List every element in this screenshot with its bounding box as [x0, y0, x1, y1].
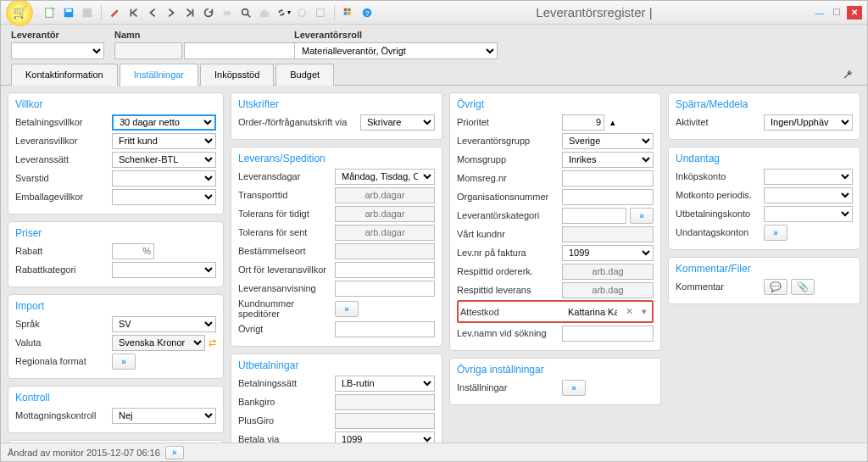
- tab-kontaktinformation[interactable]: Kontaktinformation: [11, 64, 118, 86]
- aktivitet-label: Aktivitet: [676, 117, 760, 127]
- betalningssatt-field[interactable]: LB-rutin: [335, 376, 435, 392]
- vart-kundnr-label: Vårt kundnr: [457, 229, 559, 239]
- ort-field[interactable]: [335, 262, 435, 278]
- save-as-icon[interactable]: [79, 4, 96, 21]
- installningar-button[interactable]: »: [562, 380, 586, 396]
- prev-icon[interactable]: [144, 4, 161, 21]
- next-icon[interactable]: [163, 4, 180, 21]
- momsregnr-field[interactable]: [562, 170, 654, 186]
- leveransanvisning-field[interactable]: [335, 281, 435, 297]
- tab-budget[interactable]: Budget: [275, 64, 334, 86]
- undantagskonton-button[interactable]: »: [764, 225, 787, 241]
- levnr-faktura-field[interactable]: 1099: [562, 245, 654, 261]
- edit-icon[interactable]: [107, 4, 124, 21]
- tolerans-sent-label: Tolerans för sent: [238, 227, 331, 237]
- save-icon[interactable]: [60, 4, 77, 21]
- print-icon[interactable]: [219, 4, 236, 21]
- wrench-icon[interactable]: [840, 66, 857, 83]
- kommentar-button[interactable]: 💬: [764, 279, 787, 295]
- spedition-title: Leverans/Spedition: [238, 153, 435, 164]
- attachment-button[interactable]: 📎: [791, 279, 815, 295]
- globe-icon[interactable]: [293, 4, 310, 21]
- rabatt-field[interactable]: [112, 243, 154, 259]
- panel-ovrigt: Övrigt Prioritet▴ LeverantörsgruppSverig…: [449, 92, 661, 351]
- svarstid-field[interactable]: [112, 170, 216, 186]
- prioritet-field[interactable]: [562, 114, 604, 131]
- panel-sparra: Spärra/Meddela AktivitetIngen/Upphäv: [668, 92, 860, 140]
- transporttid-field[interactable]: [335, 187, 435, 203]
- apps-icon[interactable]: [340, 4, 357, 21]
- sprak-field[interactable]: SV: [112, 316, 216, 332]
- tolerans-sent-field[interactable]: [335, 225, 435, 241]
- search-icon[interactable]: [237, 4, 254, 21]
- emballagevillkor-label: Emballagevillkor: [15, 192, 108, 202]
- titlebar: + ▾ ? Leverantörsregister | — ☐ ✕: [1, 1, 867, 25]
- leveranssatt-field[interactable]: Schenker-BTL: [112, 152, 216, 168]
- footer-expand-button[interactable]: »: [165, 446, 184, 459]
- currency-swap-icon[interactable]: ⇄: [209, 337, 216, 348]
- first-icon[interactable]: [125, 4, 142, 21]
- panel-spedition: Leverans/Spedition LeveransdagarMåndag, …: [231, 147, 442, 347]
- tab-inkopsstod[interactable]: Inköpsstöd: [200, 64, 274, 86]
- leveransvillkor-field[interactable]: Fritt kund: [112, 133, 216, 149]
- leverantor-label: Leverantör: [11, 30, 104, 40]
- minimize-button[interactable]: —: [813, 6, 826, 19]
- refresh-icon[interactable]: [200, 4, 217, 21]
- mottagning-field[interactable]: Nej: [112, 408, 216, 424]
- tolerans-tidigt-field[interactable]: [335, 206, 435, 222]
- levnamn-sok-field[interactable]: [562, 326, 654, 342]
- orderutskrift-field[interactable]: Skrivare: [360, 114, 435, 131]
- sparra-title: Spärra/Meddela: [676, 98, 853, 110]
- motkonto-label: Motkonto periodis.: [676, 190, 760, 200]
- sprak-label: Språk: [15, 319, 108, 329]
- namn-field[interactable]: [184, 42, 309, 59]
- respit-lev-field[interactable]: [562, 282, 654, 298]
- maximize-button[interactable]: ☐: [830, 6, 843, 19]
- rabattkategori-field[interactable]: [112, 262, 216, 278]
- levroll-field[interactable]: Materialleverantör, Övrigt: [294, 42, 498, 59]
- momsgrupp-field[interactable]: Inrikes: [562, 152, 654, 168]
- motkonto-field[interactable]: [764, 187, 853, 203]
- panel-undantag: Undantag Inköpskonto Motkonto periodis. …: [668, 147, 860, 250]
- utbetkonto-label: Utbetalningskonto: [676, 209, 760, 219]
- help-icon[interactable]: ?: [359, 4, 376, 21]
- attestkod-dropdown-icon[interactable]: ▾: [638, 306, 650, 317]
- attestkod-clear-icon[interactable]: ✕: [623, 306, 635, 317]
- kundnummer-sped-button[interactable]: »: [335, 301, 359, 317]
- namn-readonly: [114, 42, 182, 59]
- link-icon[interactable]: ▾: [275, 4, 292, 21]
- rabatt-label: Rabatt: [15, 246, 108, 256]
- spedition-ovrigt-field[interactable]: [335, 321, 435, 337]
- bankgiro-field: [335, 394, 435, 410]
- undantagskonton-label: Undantagskonton: [676, 227, 760, 237]
- betala-via-field[interactable]: 1099: [335, 431, 435, 444]
- transporttid-label: Transporttid: [238, 190, 331, 200]
- betalningsvillkor-field[interactable]: 30 dagar netto: [112, 114, 216, 131]
- prio-spinner[interactable]: ▴: [608, 117, 618, 128]
- respit-order-field[interactable]: [562, 264, 654, 280]
- leveransdagar-field[interactable]: Måndag, Tisdag, Onsda...: [335, 169, 435, 185]
- header-area: Leverantör Namn Leverantörsroll Material…: [1, 25, 867, 63]
- leveransanvisning-label: Leveransanvisning: [238, 283, 331, 293]
- aktivitet-field[interactable]: Ingen/Upphäv: [764, 114, 853, 131]
- window-title: Leverantörsregister |: [376, 5, 813, 19]
- mottagning-label: Mottagningskontroll: [15, 410, 108, 420]
- utbetkonto-field[interactable]: [764, 206, 853, 222]
- svg-rect-4: [83, 8, 92, 17]
- home-icon[interactable]: [256, 4, 273, 21]
- last-icon[interactable]: [181, 4, 198, 21]
- inkopskonto-field[interactable]: [764, 169, 853, 185]
- export-icon[interactable]: [312, 4, 329, 21]
- regionala-button[interactable]: »: [112, 353, 136, 370]
- levkategori-button[interactable]: »: [630, 208, 654, 224]
- leverantor-field[interactable]: [11, 42, 104, 59]
- levkategori-field[interactable]: [562, 208, 626, 224]
- valuta-field[interactable]: Svenska Kronor: [112, 335, 205, 351]
- new-icon[interactable]: +: [42, 4, 58, 21]
- levgrupp-field[interactable]: Sverige: [562, 133, 654, 149]
- attestkod-field[interactable]: [565, 303, 620, 320]
- emballagevillkor-field[interactable]: [112, 189, 216, 205]
- close-button[interactable]: ✕: [847, 6, 862, 19]
- tab-installningar[interactable]: Inställningar: [120, 64, 198, 86]
- orgnr-field[interactable]: [562, 189, 654, 205]
